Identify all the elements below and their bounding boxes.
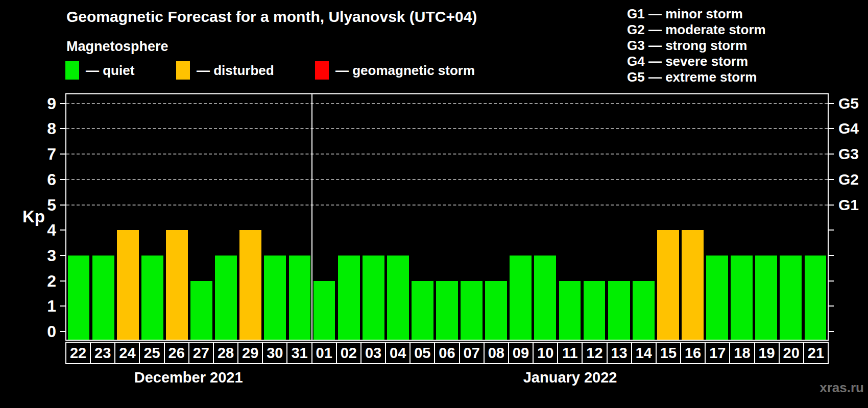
y-tick-left-9 bbox=[60, 103, 65, 104]
plot-area bbox=[65, 93, 829, 341]
kp-bar-day-26 bbox=[166, 230, 188, 340]
legend-item-disturbed: — disturbed bbox=[176, 61, 274, 80]
kp-bar-day-28 bbox=[215, 256, 237, 340]
bar-slot-16 bbox=[680, 94, 705, 340]
kp-bar-day-16 bbox=[682, 230, 704, 340]
kp-bar-day-18 bbox=[731, 256, 753, 340]
y-tick-left-8 bbox=[60, 128, 65, 129]
date-label-09: 09 bbox=[509, 343, 533, 363]
bar-slot-27 bbox=[189, 94, 213, 340]
quiet-color-swatch bbox=[65, 61, 79, 80]
kp-bar-day-30 bbox=[264, 256, 286, 340]
date-label-21: 21 bbox=[804, 343, 828, 363]
kp-bar-day-04 bbox=[387, 256, 409, 340]
kp-state-legend: — quiet — disturbed — geomagnetic storm bbox=[0, 61, 868, 81]
date-label-26: 26 bbox=[165, 343, 188, 363]
y-tick-label-7: 7 bbox=[28, 144, 56, 164]
bar-slot-08 bbox=[484, 94, 509, 340]
bar-slot-19 bbox=[754, 94, 779, 340]
kp-bar-day-22 bbox=[68, 256, 90, 340]
y-tick-right-7 bbox=[829, 154, 834, 155]
month-divider-line bbox=[311, 94, 312, 340]
date-label-06: 06 bbox=[435, 343, 459, 363]
bar-slot-22 bbox=[66, 94, 91, 340]
chart-title: Geomagnetic Forecast for a month, Ulyano… bbox=[66, 8, 477, 26]
g2-legend-line: G2 — moderate storm bbox=[627, 22, 766, 38]
y-tick-label-2: 2 bbox=[28, 271, 56, 291]
quiet-label: — quiet bbox=[86, 63, 134, 79]
bar-slot-05 bbox=[410, 94, 435, 340]
y-tick-label-8: 8 bbox=[28, 119, 56, 138]
kp-bar-day-05 bbox=[412, 281, 433, 340]
bar-slot-10 bbox=[533, 94, 558, 340]
right-axis-label-G2: G2 bbox=[838, 170, 859, 189]
date-label-08: 08 bbox=[485, 343, 508, 363]
y-tick-right-3 bbox=[829, 255, 834, 256]
date-label-05: 05 bbox=[411, 343, 434, 363]
kp-bar-day-31 bbox=[289, 256, 311, 340]
date-label-13: 13 bbox=[608, 343, 631, 363]
magnetosphere-label: Magnetosphere bbox=[66, 39, 168, 55]
kp-bar-day-24 bbox=[117, 230, 139, 340]
kp-bar-day-21 bbox=[805, 256, 827, 340]
kp-bar-day-25 bbox=[141, 256, 163, 340]
bar-slot-23 bbox=[91, 94, 115, 340]
date-label-25: 25 bbox=[140, 343, 163, 363]
date-label-14: 14 bbox=[632, 343, 656, 363]
bar-slot-11 bbox=[558, 94, 582, 340]
bar-slot-26 bbox=[164, 94, 189, 340]
kp-bar-day-19 bbox=[755, 256, 777, 340]
kp-bar-day-13 bbox=[608, 281, 630, 340]
y-tick-label-1: 1 bbox=[28, 296, 56, 316]
storm-label: — geomagnetic storm bbox=[335, 63, 475, 79]
kp-bar-day-09 bbox=[510, 256, 532, 340]
date-label-17: 17 bbox=[706, 343, 729, 363]
y-tick-label-5: 5 bbox=[28, 195, 56, 215]
bar-slot-21 bbox=[803, 94, 828, 340]
y-tick-left-5 bbox=[60, 205, 65, 206]
y-tick-label-0: 0 bbox=[28, 322, 56, 341]
bar-slot-31 bbox=[287, 94, 312, 340]
right-axis-label-G3: G3 bbox=[838, 144, 859, 164]
y-tick-left-4 bbox=[60, 230, 65, 231]
kp-bar-day-12 bbox=[584, 281, 606, 340]
legend-item-quiet: — quiet bbox=[65, 61, 134, 80]
bar-slot-17 bbox=[705, 94, 730, 340]
bar-slot-28 bbox=[214, 94, 238, 340]
bar-slot-07 bbox=[460, 94, 484, 340]
kp-bar-day-17 bbox=[706, 256, 728, 340]
y-tick-label-4: 4 bbox=[28, 220, 56, 240]
date-axis-row: 2223242526272829303101020304050607080910… bbox=[65, 342, 829, 364]
date-label-22: 22 bbox=[66, 343, 90, 363]
bar-slot-30 bbox=[263, 94, 287, 340]
kp-bar-day-29 bbox=[239, 230, 261, 340]
y-tick-right-4 bbox=[829, 230, 834, 231]
y-tick-label-3: 3 bbox=[28, 246, 56, 265]
right-axis-label-G4: G4 bbox=[838, 119, 859, 138]
y-tick-left-3 bbox=[60, 255, 65, 256]
date-label-27: 27 bbox=[189, 343, 213, 363]
date-label-10: 10 bbox=[534, 343, 557, 363]
right-axis-label-G1: G1 bbox=[838, 195, 859, 215]
date-label-04: 04 bbox=[386, 343, 409, 363]
bar-slot-15 bbox=[656, 94, 680, 340]
date-label-18: 18 bbox=[730, 343, 754, 363]
date-label-07: 07 bbox=[460, 343, 484, 363]
kp-bar-day-15 bbox=[657, 230, 679, 340]
date-label-01: 01 bbox=[312, 343, 336, 363]
disturbed-color-swatch bbox=[176, 61, 190, 80]
y-tick-right-1 bbox=[829, 305, 834, 307]
kp-bar-day-03 bbox=[363, 256, 384, 340]
kp-bar-day-10 bbox=[534, 256, 556, 340]
date-label-29: 29 bbox=[238, 343, 262, 363]
bar-slot-03 bbox=[361, 94, 385, 340]
bar-slot-04 bbox=[385, 94, 410, 340]
kp-bar-day-06 bbox=[436, 281, 458, 340]
y-tick-right-0 bbox=[829, 331, 834, 332]
date-label-15: 15 bbox=[657, 343, 680, 363]
date-label-31: 31 bbox=[287, 343, 311, 363]
y-tick-left-0 bbox=[60, 331, 65, 332]
y-tick-right-2 bbox=[829, 280, 834, 282]
watermark: xras.ru bbox=[819, 380, 864, 396]
y-tick-label-9: 9 bbox=[28, 94, 56, 113]
